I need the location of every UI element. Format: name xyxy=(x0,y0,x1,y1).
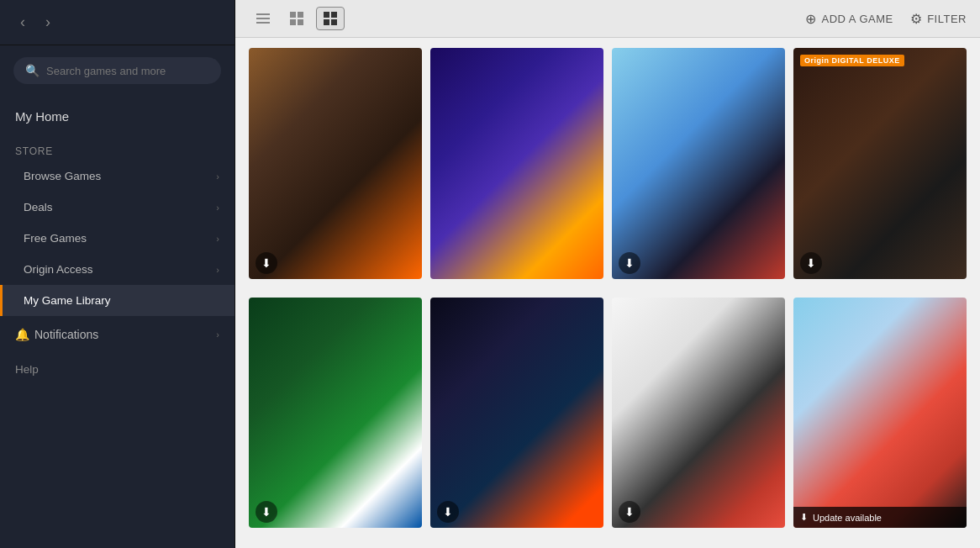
game-card-mirrorsedge[interactable]: ▶MIRROR'SEDGE DICE EA ⬇ xyxy=(612,298,785,529)
view-grid-large-button[interactable] xyxy=(316,7,345,30)
store-label: Store xyxy=(0,137,234,161)
game-card-masseffect[interactable]: MASSEFFECT BIOWARE EA ⬇ xyxy=(430,298,603,529)
sidebar-item-help[interactable]: Help xyxy=(0,353,234,386)
download-badge: ⬇ xyxy=(256,252,277,274)
nav-arrows: ‹ › xyxy=(0,0,234,45)
svg-rect-2 xyxy=(256,22,270,24)
download-badge: ⬇ xyxy=(437,501,459,523)
chevron-right-icon: › xyxy=(216,234,219,244)
game-card-fifa[interactable]: FIFA 18 EA SPORTS FIFA ⬇ xyxy=(249,298,422,529)
filter-button[interactable]: ⚙ FILTER xyxy=(910,11,967,27)
sidebar-item-browse-games[interactable]: Browse Games › xyxy=(0,161,234,192)
update-available-badge: ⬇ Update available xyxy=(793,507,967,528)
svg-rect-10 xyxy=(331,19,337,25)
nav-back-button[interactable]: ‹ xyxy=(15,12,30,33)
chevron-right-icon: › xyxy=(216,265,219,275)
search-box: 🔍 xyxy=(13,57,221,84)
toolbar: ⊕ ADD A GAME ⚙ FILTER xyxy=(235,0,980,38)
view-list-button[interactable] xyxy=(249,7,277,30)
svg-rect-5 xyxy=(290,19,296,25)
svg-rect-4 xyxy=(298,12,303,18)
add-game-button[interactable]: ⊕ ADD A GAME xyxy=(805,11,893,27)
chevron-right-icon: › xyxy=(216,203,219,213)
sidebar-item-notifications[interactable]: 🔔 Notifications › xyxy=(0,316,234,353)
game-card-nfs[interactable]: NEED FOR SPEEDPAYBACK ⬇ Update available xyxy=(793,298,967,529)
sidebar-item-my-game-library[interactable]: My Game Library xyxy=(0,285,234,316)
toolbar-right: ⊕ ADD A GAME ⚙ FILTER xyxy=(805,11,967,27)
search-icon: 🔍 xyxy=(25,64,40,77)
svg-rect-1 xyxy=(256,18,270,19)
sidebar-item-my-home[interactable]: My Home xyxy=(0,96,234,137)
game-card-bejeweled[interactable]: BEJEWELED 3 THE WORLD'S #1 PUZZLE GAME P… xyxy=(430,48,603,279)
svg-rect-6 xyxy=(298,19,303,25)
download-badge: ⬇ xyxy=(800,252,822,274)
download-icon: ⬇ xyxy=(800,512,808,523)
game-card-bf4[interactable]: BATTLEFIELD 4DIGITAL DELUXE EDITION EA ⬇ xyxy=(249,48,422,279)
sidebar: ‹ › 🔍 My Home Store Browse Games › Deals… xyxy=(0,0,235,548)
bell-icon: 🔔 xyxy=(15,328,29,341)
chevron-right-icon: › xyxy=(216,171,219,182)
svg-rect-0 xyxy=(256,13,270,15)
game-grid: BATTLEFIELD 4DIGITAL DELUXE EDITION EA ⬇… xyxy=(235,38,980,548)
sidebar-item-free-games[interactable]: Free Games › xyxy=(0,223,234,254)
origin-digital-deluxe-badge: Origin DIGITAL DELUXE xyxy=(800,55,904,66)
nav-forward-button[interactable]: › xyxy=(40,12,55,33)
svg-rect-7 xyxy=(324,12,329,18)
download-badge: ⬇ xyxy=(619,501,640,523)
filter-icon: ⚙ xyxy=(910,11,923,27)
plus-circle-icon: ⊕ xyxy=(805,11,817,27)
main-content: ⊕ ADD A GAME ⚙ FILTER BATTLEFIELD 4DIGIT… xyxy=(235,0,980,548)
sidebar-item-deals[interactable]: Deals › xyxy=(0,192,234,223)
chevron-right-icon: › xyxy=(216,329,219,340)
svg-rect-8 xyxy=(331,12,337,18)
download-badge: ⬇ xyxy=(619,252,640,274)
svg-rect-3 xyxy=(290,12,296,18)
download-badge: ⬇ xyxy=(256,501,277,523)
svg-rect-9 xyxy=(324,19,329,25)
search-input[interactable] xyxy=(46,65,209,77)
game-card-burnout[interactable]: BurnoutParadiseTHE ULTIMATEBOX EA ⬇ xyxy=(612,48,785,279)
sidebar-item-origin-access[interactable]: Origin Access › xyxy=(0,254,234,285)
game-card-dragonage[interactable]: Dragon AgeINQUISITION BIOWARE EA Origin … xyxy=(793,48,967,279)
view-grid-small-button[interactable] xyxy=(282,7,311,30)
